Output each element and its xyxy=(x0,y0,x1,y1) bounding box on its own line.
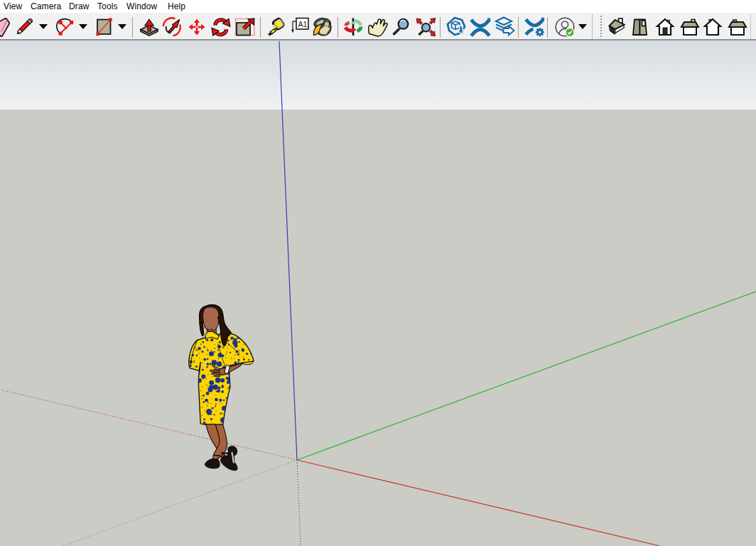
svg-text:A1: A1 xyxy=(298,20,308,28)
